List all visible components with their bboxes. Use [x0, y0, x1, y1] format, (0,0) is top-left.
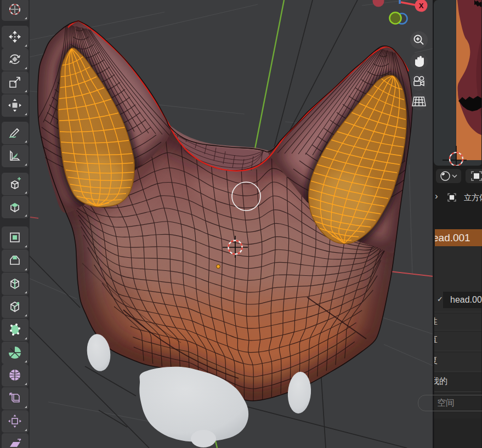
svg-text:X: X [419, 2, 424, 10]
